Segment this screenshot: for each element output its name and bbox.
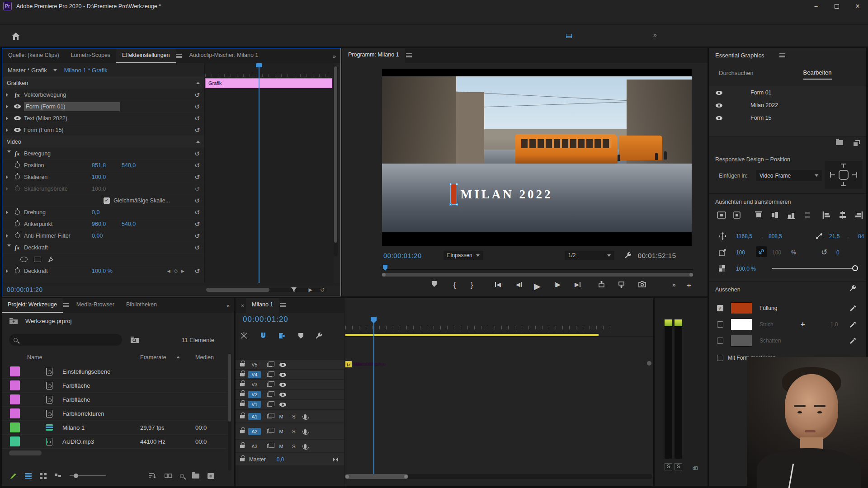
graphic-clip-bar[interactable]: Grafik	[205, 78, 332, 88]
lock-icon[interactable]	[240, 383, 245, 386]
source-patch-icon[interactable]	[267, 444, 272, 448]
tab-sequence-milano[interactable]: Milano 1	[246, 298, 279, 313]
add-marker-icon[interactable]	[432, 281, 437, 287]
stopwatch-icon[interactable]	[15, 210, 20, 215]
voiceover-record-mic-icon[interactable]	[304, 429, 307, 434]
reset-icon[interactable]: ↺	[194, 244, 200, 251]
tab-effect-controls[interactable]: Effekteinstellungen	[116, 48, 175, 63]
toggle-track-output-icon[interactable]	[279, 393, 286, 397]
twirl-icon[interactable]	[6, 105, 12, 108]
panel-title[interactable]: Essential Graphics	[715, 52, 764, 59]
reset-icon[interactable]: ↺	[194, 127, 200, 134]
reset-icon[interactable]: ↺	[194, 209, 200, 216]
layer-row[interactable]: Milan 2022	[709, 99, 866, 112]
column-media[interactable]: Medien	[195, 354, 214, 361]
opacity-icon[interactable]	[719, 265, 725, 272]
loop-playback-icon[interactable]: ↺	[320, 286, 325, 293]
tab-source[interactable]: Quelle: (keine Clips)	[2, 48, 65, 63]
section-video[interactable]: Video	[2, 136, 204, 148]
close-button[interactable]: ×	[847, 0, 868, 12]
track-name[interactable]: V4	[248, 371, 261, 378]
twirl-icon[interactable]	[6, 117, 12, 120]
twirl-open-icon[interactable]	[7, 150, 11, 157]
resolution-dropdown[interactable]: 1/2	[565, 251, 614, 260]
list-view-icon[interactable]	[25, 473, 32, 479]
search-input[interactable]	[9, 334, 122, 346]
eg-anchor-x[interactable]: 21,5	[829, 233, 840, 239]
rotation-icon[interactable]: ↺	[821, 248, 827, 257]
twirl-icon[interactable]	[6, 234, 12, 238]
distribute-horizontal-center-icon[interactable]	[837, 210, 848, 221]
vertical-scrollbar[interactable]	[334, 66, 338, 256]
twirl-icon[interactable]	[6, 128, 12, 132]
mute-button[interactable]: M	[278, 444, 285, 449]
effect-deckkraft[interactable]: fx Deckkraft↺	[2, 242, 204, 253]
automate-sequence-icon[interactable]	[165, 473, 172, 479]
master-clip-label[interactable]: Master * Grafik	[8, 67, 47, 74]
eg-position-y[interactable]: 808,5	[769, 233, 782, 239]
layer-row[interactable]: Form 15	[709, 112, 866, 124]
timeline-track-area[interactable]: fx Milan 2022 fx Farbkorrekturen fx Mila…	[344, 298, 653, 486]
rotation-value[interactable]: 0,0	[92, 209, 122, 216]
anchor-point-icon[interactable]	[816, 232, 823, 239]
opacity-slider[interactable]	[772, 268, 856, 269]
source-patch-icon[interactable]	[267, 403, 272, 407]
eg-scale-x[interactable]: 100	[736, 249, 745, 256]
visibility-eye-icon[interactable]	[14, 128, 21, 132]
label-color-swatch[interactable]	[10, 436, 20, 446]
track-name[interactable]: A1	[248, 413, 261, 420]
tab-bearbeiten[interactable]: Bearbeiten	[803, 69, 832, 80]
playhead-line[interactable]	[259, 63, 259, 283]
ellipse-mask-icon[interactable]	[20, 257, 28, 262]
tab-durchsuchen[interactable]: Durchsuchen	[719, 70, 754, 79]
lock-icon[interactable]	[240, 373, 245, 376]
sequence-clip-label[interactable]: Milano 1 * Grafik	[64, 67, 108, 74]
folder-up-icon[interactable]	[9, 318, 18, 324]
timeline-ruler[interactable]	[344, 316, 653, 337]
track-name[interactable]: V5	[248, 361, 261, 368]
align-right-icon[interactable]	[854, 210, 864, 221]
linked-selection-icon[interactable]	[278, 332, 287, 339]
stopwatch-icon[interactable]	[15, 268, 20, 273]
project-item-row[interactable]: AUDIO.mp3 44100 Hz 00:0	[2, 435, 227, 449]
center-horizontally-icon[interactable]	[716, 210, 727, 221]
panel-menu-icon[interactable]	[779, 53, 785, 57]
source-patch-icon[interactable]	[267, 414, 272, 418]
project-item-row[interactable]: Farbfläche	[2, 393, 227, 407]
twirl-icon[interactable]	[6, 211, 12, 214]
new-layer-icon[interactable]	[853, 140, 860, 146]
anchor-x-value[interactable]: 960,0	[92, 221, 122, 227]
column-framerate[interactable]: Framerate	[140, 354, 166, 361]
title-overlay[interactable]: Milan 2022	[450, 184, 553, 205]
label-color-swatch[interactable]	[10, 408, 20, 418]
eyedropper-icon[interactable]	[849, 305, 856, 312]
effect-text-milan[interactable]: Text (Milan 2022)↺	[2, 113, 204, 124]
current-timecode[interactable]: 00:00:01:20	[383, 252, 422, 259]
responsive-pin-widget[interactable]	[825, 161, 863, 189]
mute-button[interactable]: M	[278, 414, 285, 419]
appearance-wrench-icon[interactable]	[849, 285, 856, 292]
step-forward-icon[interactable]: ▶	[555, 281, 561, 288]
source-patch-icon[interactable]	[267, 363, 272, 367]
stopwatch-icon[interactable]	[15, 174, 20, 179]
twirl-icon[interactable]	[6, 269, 12, 273]
position-x-value[interactable]: 851,8	[92, 162, 122, 169]
layer-visibility-icon[interactable]	[716, 103, 722, 108]
layer-row[interactable]: Form 01	[709, 86, 866, 99]
eg-rotation[interactable]: 0	[836, 249, 840, 256]
step-back-icon[interactable]: ◀	[516, 281, 522, 288]
solo-button[interactable]: S	[290, 429, 297, 434]
panel-menu-icon[interactable]	[63, 303, 69, 307]
track-name[interactable]: V2	[248, 391, 261, 398]
align-top-icon[interactable]	[753, 210, 764, 221]
mark-out-icon[interactable]: }	[471, 281, 473, 289]
eg-position-x[interactable]: 1168,5	[736, 233, 752, 239]
tab-bibliotheken[interactable]: Bibliotheken	[120, 298, 163, 313]
panel-menu-icon[interactable]	[280, 303, 286, 307]
reset-icon[interactable]: ↺	[194, 197, 200, 204]
solo-left-button[interactable]: S	[665, 463, 672, 470]
opacity-value[interactable]: 100,0 %	[92, 268, 122, 274]
extract-icon[interactable]	[618, 281, 625, 288]
add-keyframe-icon[interactable]: ◇	[174, 268, 178, 274]
reset-icon[interactable]: ↺	[194, 150, 200, 157]
